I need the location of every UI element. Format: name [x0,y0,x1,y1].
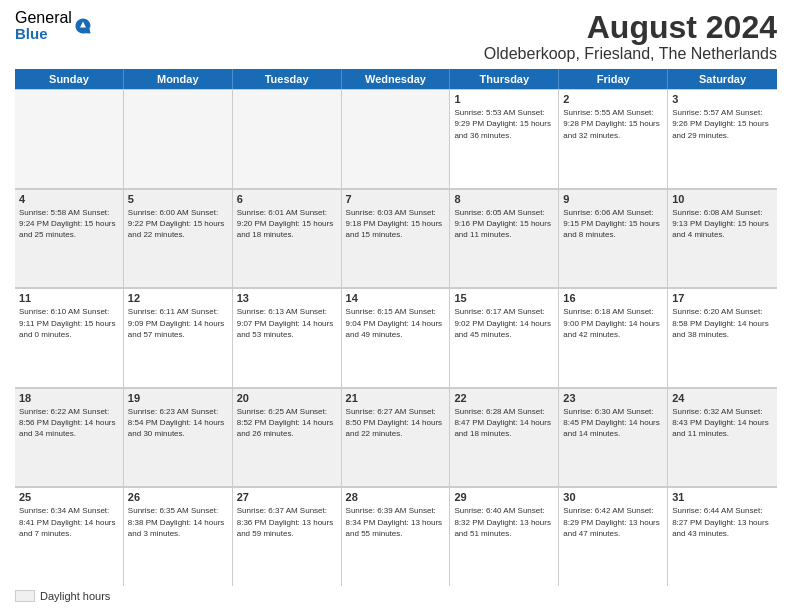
day-number: 4 [19,193,119,205]
calendar-header-cell: Sunday [15,69,124,89]
day-number: 5 [128,193,228,205]
logo-text: General Blue [15,10,72,41]
calendar-week: 18Sunrise: 6:22 AM Sunset: 8:56 PM Dayli… [15,388,777,488]
calendar-cell: 6Sunrise: 6:01 AM Sunset: 9:20 PM Daylig… [233,189,342,288]
cell-detail: Sunrise: 6:13 AM Sunset: 9:07 PM Dayligh… [237,306,337,340]
cell-detail: Sunrise: 6:28 AM Sunset: 8:47 PM Dayligh… [454,406,554,440]
calendar-cell: 31Sunrise: 6:44 AM Sunset: 8:27 PM Dayli… [668,487,777,586]
calendar-header-cell: Friday [559,69,668,89]
cell-detail: Sunrise: 6:34 AM Sunset: 8:41 PM Dayligh… [19,505,119,539]
day-number: 22 [454,392,554,404]
day-number: 11 [19,292,119,304]
cell-detail: Sunrise: 6:32 AM Sunset: 8:43 PM Dayligh… [672,406,773,440]
calendar-cell: 21Sunrise: 6:27 AM Sunset: 8:50 PM Dayli… [342,388,451,487]
day-number: 7 [346,193,446,205]
day-number: 30 [563,491,663,503]
calendar-header-cell: Thursday [450,69,559,89]
calendar-week: 1Sunrise: 5:53 AM Sunset: 9:29 PM Daylig… [15,89,777,189]
calendar-cell: 20Sunrise: 6:25 AM Sunset: 8:52 PM Dayli… [233,388,342,487]
cell-detail: Sunrise: 5:53 AM Sunset: 9:29 PM Dayligh… [454,107,554,141]
cell-detail: Sunrise: 6:22 AM Sunset: 8:56 PM Dayligh… [19,406,119,440]
cell-detail: Sunrise: 6:08 AM Sunset: 9:13 PM Dayligh… [672,207,773,241]
calendar-week: 11Sunrise: 6:10 AM Sunset: 9:11 PM Dayli… [15,288,777,388]
cell-detail: Sunrise: 6:05 AM Sunset: 9:16 PM Dayligh… [454,207,554,241]
day-number: 24 [672,392,773,404]
day-number: 31 [672,491,773,503]
calendar-cell: 28Sunrise: 6:39 AM Sunset: 8:34 PM Dayli… [342,487,451,586]
calendar-cell: 12Sunrise: 6:11 AM Sunset: 9:09 PM Dayli… [124,288,233,387]
calendar-cell: 2Sunrise: 5:55 AM Sunset: 9:28 PM Daylig… [559,89,668,188]
calendar-cell: 5Sunrise: 6:00 AM Sunset: 9:22 PM Daylig… [124,189,233,288]
calendar-cell: 22Sunrise: 6:28 AM Sunset: 8:47 PM Dayli… [450,388,559,487]
day-number: 9 [563,193,663,205]
cell-detail: Sunrise: 6:25 AM Sunset: 8:52 PM Dayligh… [237,406,337,440]
day-number: 16 [563,292,663,304]
day-number: 13 [237,292,337,304]
calendar-week: 4Sunrise: 5:58 AM Sunset: 9:24 PM Daylig… [15,189,777,289]
day-number: 17 [672,292,773,304]
calendar-cell: 9Sunrise: 6:06 AM Sunset: 9:15 PM Daylig… [559,189,668,288]
logo-general: General [15,10,72,26]
cell-detail: Sunrise: 6:42 AM Sunset: 8:29 PM Dayligh… [563,505,663,539]
calendar-cell: 11Sunrise: 6:10 AM Sunset: 9:11 PM Dayli… [15,288,124,387]
calendar-cell: 29Sunrise: 6:40 AM Sunset: 8:32 PM Dayli… [450,487,559,586]
cell-detail: Sunrise: 5:57 AM Sunset: 9:26 PM Dayligh… [672,107,773,141]
day-number: 26 [128,491,228,503]
page-subtitle: Oldeberkoop, Friesland, The Netherlands [484,45,777,63]
cell-detail: Sunrise: 6:20 AM Sunset: 8:58 PM Dayligh… [672,306,773,340]
cell-detail: Sunrise: 6:15 AM Sunset: 9:04 PM Dayligh… [346,306,446,340]
calendar-header-cell: Wednesday [342,69,451,89]
cell-detail: Sunrise: 6:03 AM Sunset: 9:18 PM Dayligh… [346,207,446,241]
calendar-cell: 7Sunrise: 6:03 AM Sunset: 9:18 PM Daylig… [342,189,451,288]
calendar-cell: 30Sunrise: 6:42 AM Sunset: 8:29 PM Dayli… [559,487,668,586]
day-number: 29 [454,491,554,503]
cell-detail: Sunrise: 6:27 AM Sunset: 8:50 PM Dayligh… [346,406,446,440]
title-area: August 2024 Oldeberkoop, Friesland, The … [484,10,777,63]
calendar-cell: 4Sunrise: 5:58 AM Sunset: 9:24 PM Daylig… [15,189,124,288]
calendar-header-cell: Monday [124,69,233,89]
cell-detail: Sunrise: 6:17 AM Sunset: 9:02 PM Dayligh… [454,306,554,340]
calendar-cell [15,89,124,188]
calendar-cell: 19Sunrise: 6:23 AM Sunset: 8:54 PM Dayli… [124,388,233,487]
day-number: 12 [128,292,228,304]
cell-detail: Sunrise: 6:44 AM Sunset: 8:27 PM Dayligh… [672,505,773,539]
calendar-cell: 15Sunrise: 6:17 AM Sunset: 9:02 PM Dayli… [450,288,559,387]
calendar-cell: 17Sunrise: 6:20 AM Sunset: 8:58 PM Dayli… [668,288,777,387]
day-number: 25 [19,491,119,503]
calendar-cell: 27Sunrise: 6:37 AM Sunset: 8:36 PM Dayli… [233,487,342,586]
day-number: 18 [19,392,119,404]
calendar-cell: 25Sunrise: 6:34 AM Sunset: 8:41 PM Dayli… [15,487,124,586]
day-number: 10 [672,193,773,205]
cell-detail: Sunrise: 6:11 AM Sunset: 9:09 PM Dayligh… [128,306,228,340]
calendar-header-cell: Saturday [668,69,777,89]
calendar-cell: 13Sunrise: 6:13 AM Sunset: 9:07 PM Dayli… [233,288,342,387]
day-number: 6 [237,193,337,205]
calendar-cell: 3Sunrise: 5:57 AM Sunset: 9:26 PM Daylig… [668,89,777,188]
logo: General Blue [15,10,92,41]
legend: Daylight hours [15,590,777,602]
calendar-cell: 24Sunrise: 6:32 AM Sunset: 8:43 PM Dayli… [668,388,777,487]
cell-detail: Sunrise: 5:55 AM Sunset: 9:28 PM Dayligh… [563,107,663,141]
cell-detail: Sunrise: 6:40 AM Sunset: 8:32 PM Dayligh… [454,505,554,539]
day-number: 1 [454,93,554,105]
cell-detail: Sunrise: 6:23 AM Sunset: 8:54 PM Dayligh… [128,406,228,440]
calendar-header: SundayMondayTuesdayWednesdayThursdayFrid… [15,69,777,89]
legend-label: Daylight hours [40,590,110,602]
calendar-cell: 16Sunrise: 6:18 AM Sunset: 9:00 PM Dayli… [559,288,668,387]
page: General Blue August 2024 Oldeberkoop, Fr… [0,0,792,612]
day-number: 14 [346,292,446,304]
calendar-cell: 1Sunrise: 5:53 AM Sunset: 9:29 PM Daylig… [450,89,559,188]
cell-detail: Sunrise: 5:58 AM Sunset: 9:24 PM Dayligh… [19,207,119,241]
calendar-cell [233,89,342,188]
calendar-cell [124,89,233,188]
logo-icon [74,17,92,35]
day-number: 19 [128,392,228,404]
calendar: SundayMondayTuesdayWednesdayThursdayFrid… [15,69,777,586]
calendar-body: 1Sunrise: 5:53 AM Sunset: 9:29 PM Daylig… [15,89,777,586]
cell-detail: Sunrise: 6:00 AM Sunset: 9:22 PM Dayligh… [128,207,228,241]
day-number: 20 [237,392,337,404]
day-number: 2 [563,93,663,105]
day-number: 15 [454,292,554,304]
day-number: 21 [346,392,446,404]
day-number: 8 [454,193,554,205]
